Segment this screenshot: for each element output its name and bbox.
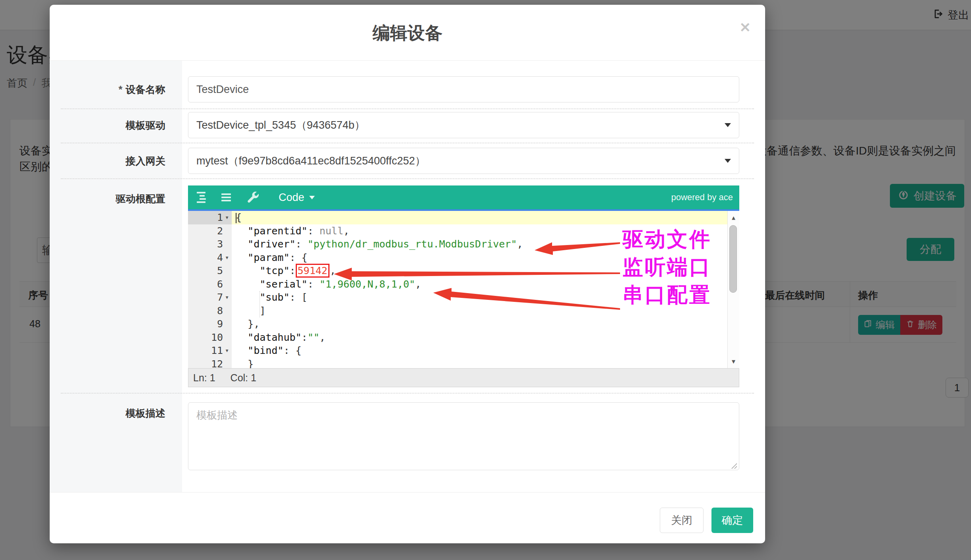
code-line[interactable]: 8 ]	[188, 304, 739, 318]
code-line[interactable]: 12 }	[188, 357, 739, 369]
code-token: :	[308, 225, 320, 237]
indent-guide	[260, 291, 260, 317]
row-divider	[61, 108, 754, 109]
line-number: 2	[217, 224, 223, 238]
code-line[interactable]: 11▾ "bind": {	[188, 344, 739, 357]
code-token	[236, 278, 260, 290]
code-token	[236, 292, 260, 303]
code-text: }	[232, 357, 739, 369]
code-token: :	[289, 265, 295, 276]
row-divider	[61, 393, 754, 394]
modal-close-button[interactable]: 关闭	[660, 508, 704, 533]
code-line[interactable]: 9 },	[188, 317, 739, 331]
code-token: "bind"	[248, 345, 283, 356]
code-token	[236, 332, 248, 343]
code-token: "datahub"	[248, 332, 301, 343]
code-line[interactable]: 2 "parentid": null,	[188, 224, 739, 238]
device-name-input[interactable]	[188, 76, 739, 102]
code-area[interactable]: 1▾{2 "parentid": null,3 "driver": "pytho…	[188, 211, 739, 368]
code-text: {	[232, 211, 739, 224]
required-mark: *	[118, 84, 122, 95]
fold-icon[interactable]: ▾	[223, 344, 231, 357]
code-text: ]	[232, 304, 739, 318]
device-name-label: *设备名称	[50, 76, 165, 102]
code-line[interactable]: 5 "tcp":59142,	[188, 264, 739, 278]
code-line[interactable]: 6 "serial": "1,9600,N,8,1,0",	[188, 278, 739, 291]
gutter-cell: 4▾	[188, 251, 232, 265]
repair-wrench-icon[interactable]	[244, 189, 263, 206]
code-token: : {	[289, 252, 307, 263]
code-token: ,	[330, 265, 336, 276]
gutter-cell: 9	[188, 317, 232, 331]
scroll-down-icon[interactable]: ▼	[728, 355, 739, 367]
modal-footer-divider	[50, 492, 765, 492]
code-token: {	[236, 212, 242, 223]
code-line[interactable]: 1▾{	[188, 211, 739, 224]
row-divider	[61, 143, 754, 143]
fold-icon[interactable]: ▾	[223, 291, 231, 304]
editor-toolbar: Code powered by ace	[188, 185, 739, 209]
gutter-cell: 10	[188, 331, 232, 344]
template-driver-select[interactable]: TestDevice_tpl_5345（9436574b）	[188, 112, 739, 138]
code-token: ,	[415, 278, 421, 290]
code-token: ""	[308, 332, 320, 343]
fold-icon[interactable]: ▾	[223, 251, 231, 265]
chevron-down-icon	[725, 159, 731, 163]
gutter-cell: 11▾	[188, 344, 232, 357]
code-token: :	[308, 278, 320, 290]
code-token: "1,9600,N,8,1,0"	[320, 278, 415, 290]
code-line[interactable]: 7▾ "sub": [	[188, 291, 739, 304]
code-token: ,	[343, 225, 349, 237]
code-token: "tcp"	[260, 265, 289, 276]
line-number: 12	[211, 357, 223, 369]
code-line[interactable]: 10 "datahub":"",	[188, 331, 739, 344]
gutter-cell: 6	[188, 278, 232, 291]
code-token: ,	[517, 238, 523, 250]
line-number: 9	[217, 317, 223, 331]
editor-scrollbar[interactable]: ▲ ▼	[727, 211, 739, 368]
code-token: ]	[236, 305, 266, 317]
compact-icon[interactable]	[219, 189, 235, 205]
code-text: "serial": "1,9600,N,8,1,0",	[232, 278, 739, 291]
format-icon[interactable]	[194, 189, 210, 205]
code-text: "param": {	[232, 251, 739, 265]
line-number: 3	[217, 238, 223, 251]
modal-title: 编辑设备	[50, 21, 765, 45]
template-driver-label: 模板驱动	[50, 112, 165, 138]
editor-statusbar: Ln: 1 Col: 1	[188, 368, 739, 387]
code-token: "param"	[248, 252, 289, 263]
editor-lines: 1▾{2 "parentid": null,3 "driver": "pytho…	[188, 211, 739, 368]
code-text: "parentid": null,	[232, 224, 739, 238]
gutter-cell: 12	[188, 357, 232, 369]
highlighted-port-value: 59142	[296, 264, 329, 278]
description-label: 模板描述	[50, 407, 165, 419]
code-token: null	[320, 225, 343, 237]
edit-device-modal: 编辑设备 ✕ *设备名称 模板驱动 TestDevice_tpl_5345（94…	[50, 5, 765, 543]
scrollbar-thumb[interactable]	[729, 225, 737, 293]
scroll-up-icon[interactable]: ▲	[728, 212, 739, 224]
mode-switcher-button[interactable]: Code	[276, 191, 317, 204]
code-token: : [	[289, 292, 307, 303]
fold-icon[interactable]: ▾	[223, 211, 231, 224]
code-line[interactable]: 3 "driver": "python/dr_modbus_rtu.Modbus…	[188, 238, 739, 251]
status-col: Col: 1	[231, 372, 256, 384]
line-number: 11	[211, 344, 223, 357]
mode-label: Code	[279, 191, 304, 204]
code-token: "sub"	[260, 292, 289, 303]
code-text: },	[232, 317, 739, 331]
line-number: 8	[217, 304, 223, 318]
code-token: "serial"	[260, 278, 307, 290]
modal-ok-button[interactable]: 确定	[711, 508, 753, 533]
row-divider	[61, 178, 754, 179]
code-token: :	[302, 332, 308, 343]
gateway-label: 接入网关	[50, 148, 165, 174]
line-number: 5	[217, 264, 223, 278]
code-token: "parentid"	[248, 225, 308, 237]
gateway-select[interactable]: mytest（f9e97b8cd6a411ec8df1525400ffc252）	[188, 148, 739, 174]
code-line[interactable]: 4▾ "param": {	[188, 251, 739, 265]
line-number: 6	[217, 278, 223, 291]
powered-by-ace-label: powered by ace	[671, 192, 733, 203]
close-icon[interactable]: ✕	[737, 19, 754, 36]
description-textarea[interactable]	[188, 402, 739, 470]
code-token	[236, 345, 248, 356]
